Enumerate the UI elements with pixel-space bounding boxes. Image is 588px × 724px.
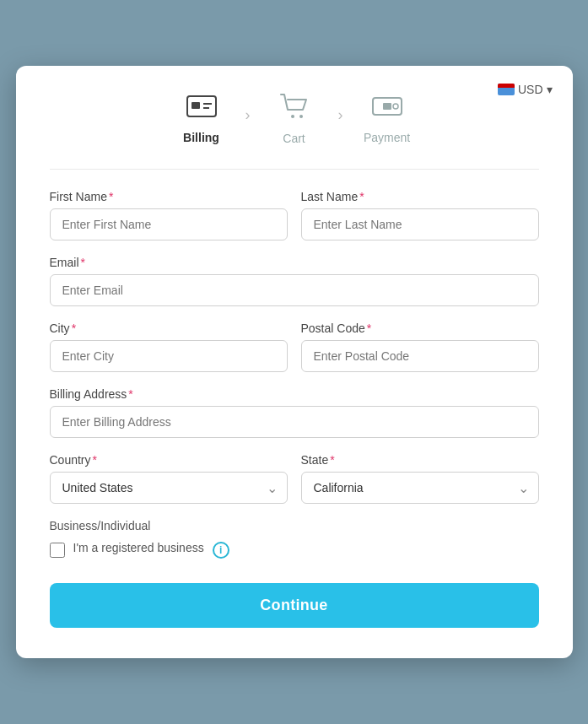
city-group: City* <box>50 321 288 372</box>
continue-button[interactable]: Continue <box>50 583 539 628</box>
postal-code-group: Postal Code* <box>301 321 539 372</box>
billing-form: First Name* Last Name* Email* <box>50 190 539 628</box>
business-section-title: Business/Individual <box>50 519 539 532</box>
step-billing: Billing <box>168 94 235 144</box>
billing-modal: USD ▾ Billing › <box>16 66 573 658</box>
last-name-input[interactable] <box>301 208 539 240</box>
business-checkbox-label[interactable]: I'm a registered business <box>73 541 204 554</box>
payment-label: Payment <box>364 131 410 144</box>
email-label: Email* <box>50 256 539 269</box>
header-divider <box>50 169 539 170</box>
country-select[interactable]: United States Canada United Kingdom <box>50 472 288 504</box>
country-state-row: Country* United States Canada United Kin… <box>50 453 539 504</box>
svg-point-5 <box>299 115 303 118</box>
svg-point-8 <box>393 104 398 109</box>
state-select-wrapper: California New York Texas ⌄ <box>301 472 539 504</box>
billing-address-group: Billing Address* <box>50 387 539 438</box>
business-checkbox[interactable] <box>50 543 65 558</box>
email-input[interactable] <box>50 274 539 306</box>
business-checkbox-row: I'm a registered business i <box>50 541 539 559</box>
email-row: Email* <box>50 256 539 306</box>
step-payment: Payment <box>353 94 421 144</box>
svg-point-4 <box>291 115 294 118</box>
first-name-input[interactable] <box>50 208 288 240</box>
payment-icon <box>372 94 402 126</box>
first-name-group: First Name* <box>50 190 288 240</box>
city-label: City* <box>50 321 288 335</box>
postal-code-label: Postal Code* <box>301 321 539 335</box>
postal-code-input[interactable] <box>301 340 539 372</box>
currency-flag-icon <box>498 84 515 95</box>
billing-icon <box>186 94 217 126</box>
last-name-label: Last Name* <box>301 190 539 203</box>
currency-chevron-icon: ▾ <box>547 83 553 96</box>
cart-label: Cart <box>283 132 305 145</box>
name-row: First Name* Last Name* <box>50 190 539 240</box>
last-name-group: Last Name* <box>301 190 539 240</box>
billing-address-input[interactable] <box>50 406 539 438</box>
city-postal-row: City* Postal Code* <box>50 321 539 372</box>
step-cart: Cart <box>261 93 328 145</box>
country-select-wrapper: United States Canada United Kingdom ⌄ <box>50 472 288 504</box>
svg-rect-7 <box>383 103 391 110</box>
billing-address-row: Billing Address* <box>50 387 539 438</box>
currency-selector[interactable]: USD ▾ <box>498 83 553 96</box>
state-label: State* <box>301 453 539 467</box>
svg-rect-1 <box>192 102 200 109</box>
business-section: Business/Individual I'm a registered bus… <box>50 519 539 559</box>
email-group: Email* <box>50 256 539 306</box>
steps-header: Billing › Cart › Payment <box>50 86 539 145</box>
cart-icon <box>279 93 310 127</box>
state-group: State* California New York Texas ⌄ <box>301 453 539 504</box>
billing-address-label: Billing Address* <box>50 387 539 401</box>
state-select[interactable]: California New York Texas <box>301 472 539 504</box>
country-group: Country* United States Canada United Kin… <box>50 453 288 504</box>
business-info-icon[interactable]: i <box>213 542 229 559</box>
country-label: Country* <box>50 453 288 467</box>
billing-label: Billing <box>183 131 219 144</box>
first-name-label: First Name* <box>50 190 288 203</box>
arrow-2: › <box>338 106 343 124</box>
arrow-1: › <box>245 106 251 124</box>
city-input[interactable] <box>50 340 288 372</box>
currency-label: USD <box>518 83 543 96</box>
